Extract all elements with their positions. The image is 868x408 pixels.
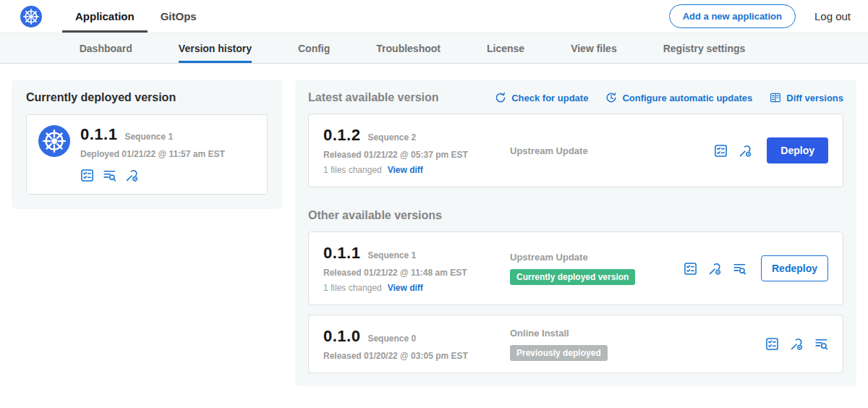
- currently-deployed-badge: Currently deployed version: [510, 269, 635, 285]
- latest-sequence: Sequence 2: [367, 132, 416, 143]
- version-number: 0.1.0: [323, 327, 360, 346]
- deployed-panel-title: Currently deployed version: [26, 91, 268, 104]
- latest-available-title: Latest available version: [308, 91, 439, 104]
- release-notes-icon[interactable]: [765, 337, 779, 351]
- header-actions: Check for update Configure automatic upd…: [495, 92, 843, 103]
- deployed-actions: [80, 169, 225, 182]
- tab-application[interactable]: Application: [62, 0, 148, 33]
- deployed-version-info: 0.1.1 Sequence 1 Deployed 01/21/22 @ 11:…: [80, 125, 225, 182]
- subnav-version-history[interactable]: Version history: [179, 33, 252, 63]
- navbar-right: Add a new application Log out: [669, 4, 851, 28]
- other-versions-title: Other available versions: [308, 209, 843, 222]
- clock-icon: [605, 92, 617, 103]
- check-for-update-label: Check for update: [511, 93, 588, 103]
- available-versions-panel: Latest available version Check for updat…: [295, 80, 856, 386]
- version-actions: [765, 337, 828, 351]
- subnav-license[interactable]: License: [487, 33, 524, 63]
- config-icon[interactable]: [125, 169, 139, 182]
- deploy-button[interactable]: Deploy: [767, 137, 828, 163]
- logout-link[interactable]: Log out: [814, 10, 851, 22]
- release-notes-icon[interactable]: [684, 262, 697, 276]
- diff-versions-label: Diff versions: [786, 93, 843, 103]
- config-icon[interactable]: [790, 337, 804, 351]
- version-sequence: Sequence 0: [367, 333, 416, 344]
- subnav-config[interactable]: Config: [298, 33, 330, 63]
- version-history-page: Currently deployed version 0.1.1 Sequenc…: [0, 64, 868, 402]
- config-icon[interactable]: [708, 262, 722, 276]
- view-logs-icon[interactable]: [733, 262, 746, 276]
- view-diff-link[interactable]: View diff: [388, 283, 423, 293]
- currently-deployed-panel: Currently deployed version 0.1.1 Sequenc…: [12, 80, 282, 209]
- diff-icon: [770, 92, 781, 103]
- latest-released-date: Released 01/21/22 @ 05:37 pm EST: [323, 150, 510, 160]
- check-for-update-link[interactable]: Check for update: [495, 92, 588, 103]
- version-card-0-1-0: 0.1.0 Sequence 0 Released 01/20/22 @ 03:…: [308, 315, 843, 373]
- version-number: 0.1.1: [323, 244, 360, 263]
- released-date: Released 01/21/22 @ 11:48 am EST: [323, 268, 510, 278]
- version-source: Online Install Previously deployed: [510, 328, 765, 361]
- configure-updates-link[interactable]: Configure automatic updates: [605, 92, 752, 103]
- version-info: 0.1.1 Sequence 1 Released 01/21/22 @ 11:…: [323, 244, 510, 293]
- files-changed: 1 files changed: [323, 283, 382, 293]
- configure-updates-label: Configure automatic updates: [622, 93, 752, 103]
- top-navbar: Application GitOps Add a new application…: [0, 0, 868, 33]
- source-label: Online Install: [510, 328, 765, 339]
- app-logo-icon: [38, 125, 70, 157]
- latest-source-label: Upstream Update: [510, 145, 714, 156]
- diff-versions-link[interactable]: Diff versions: [770, 92, 843, 103]
- latest-view-diff-link[interactable]: View diff: [388, 165, 423, 175]
- main-tabs: Application GitOps: [62, 0, 210, 33]
- available-header: Latest available version Check for updat…: [308, 91, 843, 104]
- latest-version-number: 0.1.2: [323, 126, 360, 145]
- view-logs-icon[interactable]: [103, 169, 116, 182]
- add-application-button[interactable]: Add a new application: [669, 4, 796, 28]
- latest-version-info: 0.1.2 Sequence 2 Released 01/21/22 @ 05:…: [323, 126, 510, 175]
- redeploy-button[interactable]: Redeploy: [761, 255, 828, 281]
- version-card-latest: 0.1.2 Sequence 2 Released 01/21/22 @ 05:…: [308, 114, 843, 187]
- deployed-sequence: Sequence 1: [124, 132, 173, 142]
- app-subnav: Dashboard Version history Config Trouble…: [0, 33, 868, 64]
- version-info: 0.1.0 Sequence 0 Released 01/20/22 @ 03:…: [323, 327, 510, 361]
- version-source: Upstream Update Currently deployed versi…: [510, 252, 684, 285]
- release-notes-icon[interactable]: [714, 144, 728, 158]
- subnav-dashboard[interactable]: Dashboard: [80, 33, 132, 63]
- refresh-icon: [495, 92, 506, 103]
- latest-files-changed: 1 files changed: [323, 165, 382, 175]
- version-actions: Redeploy: [684, 255, 828, 281]
- latest-source: Upstream Update: [510, 145, 714, 156]
- source-label: Upstream Update: [510, 252, 684, 263]
- config-icon[interactable]: [739, 144, 752, 158]
- subnav-troubleshoot[interactable]: Troubleshoot: [376, 33, 441, 63]
- released-date: Released 01/20/22 @ 03:05 pm EST: [323, 351, 510, 361]
- deployed-version-card: 0.1.1 Sequence 1 Deployed 01/21/22 @ 11:…: [26, 114, 268, 195]
- deployed-timestamp: Deployed 01/21/22 @ 11:57 am EST: [80, 149, 225, 159]
- tab-gitops[interactable]: GitOps: [148, 0, 210, 33]
- subnav-registry-settings[interactable]: Registry settings: [663, 33, 746, 63]
- view-logs-icon[interactable]: [814, 337, 828, 351]
- subnav-view-files[interactable]: View files: [571, 33, 617, 63]
- latest-actions: Deploy: [714, 137, 828, 163]
- release-notes-icon[interactable]: [80, 169, 94, 182]
- previously-deployed-badge: Previously deployed: [510, 345, 608, 361]
- version-sequence: Sequence 1: [367, 250, 416, 260]
- kubernetes-logo: [20, 6, 42, 27]
- deployed-version-number: 0.1.1: [80, 125, 117, 144]
- version-card-0-1-1: 0.1.1 Sequence 1 Released 01/21/22 @ 11:…: [308, 231, 843, 305]
